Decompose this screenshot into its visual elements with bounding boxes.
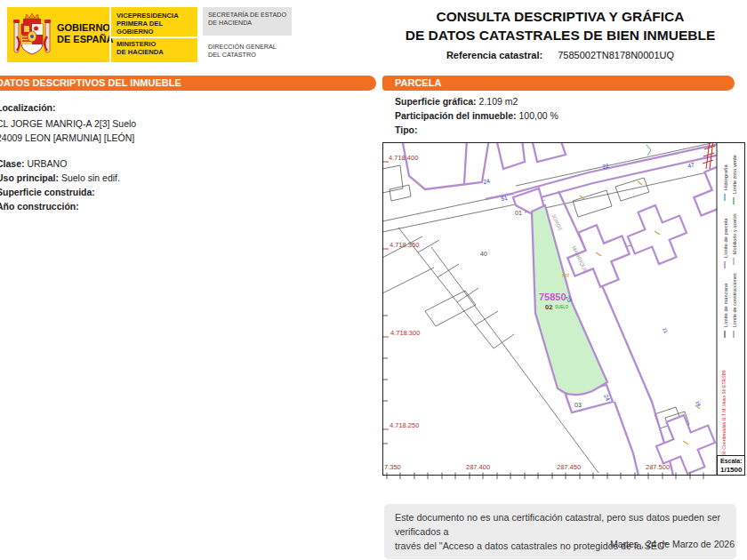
street-number-21: 21: [662, 327, 669, 334]
address-line1: CL JORGE MANRIQ-A 2[3] Suelo: [0, 118, 136, 129]
subparcel-02-label: 02: [545, 303, 552, 311]
uso-row: Uso principal: Suelo sin edif.: [0, 172, 120, 183]
tipo-label: Tipo:: [395, 124, 417, 135]
direccion-catastro-label: DIRECCIÓN GENERAL DEL CATASTRO: [208, 43, 277, 59]
cadastral-document-page: GOBIERNO DE ESPAÑA VICEPRESIDENCIA PRIME…: [0, 0, 747, 560]
legend-label-hidrografia: Hidrografía: [723, 164, 728, 190]
ministry-column: VICEPRESIDENCIA PRIMERA DEL GOBIERNO MIN…: [109, 7, 199, 62]
participacion-row: Participación del inmueble: 100,00 %: [395, 110, 558, 121]
reference-label: Referencia catastral:: [446, 50, 542, 60]
map-drawing: 24 51 22 47 23 24 21 19 01 03 40 02 7585…: [382, 142, 747, 481]
x-axis-ticks: [387, 473, 703, 480]
superficie-grafica-label: Superficie gráfica:: [395, 96, 477, 107]
department-block: SECRETARÍA DE ESTADO DE HACIENDA DIRECCI…: [203, 7, 292, 62]
x-axis-label-1: 7.350: [384, 463, 401, 471]
legend-label-construcciones: Límite de construcciones: [732, 273, 737, 327]
divider: [111, 36, 199, 38]
legend-label-parcela: Límite de parcela: [723, 218, 728, 258]
y-axis-label-1: 4.718.400: [389, 154, 418, 162]
superficie-grafica-value: 2.109 m2: [479, 96, 518, 107]
uso-value: Suelo sin edif.: [61, 172, 120, 183]
government-logo-block: GOBIERNO DE ESPAÑA VICEPRESIDENCIA PRIME…: [7, 7, 197, 62]
clase-value: URBANO: [27, 158, 67, 169]
parcela-panel: PARCELA Superficie gráfica: 2.109 m2 Par…: [382, 76, 735, 91]
legend-label-zona-verde: Límite zona verde: [732, 155, 737, 194]
secretaria-label: SECRETARÍA DE ESTADO DE HACIENDA: [203, 7, 292, 36]
page-title-line1: CONSULTA DESCRIPTIVA Y GRÁFICA: [381, 7, 740, 26]
superficie-construida-label: Superficie construida:: [0, 187, 95, 197]
clase-row: Clase: URBANO: [0, 158, 67, 169]
page-title-line2: DE DATOS CATASTRALES DE BIEN INMUEBLE: [381, 26, 740, 44]
cadastral-map: 24 51 22 47 23 24 21 19 01 03 40 02 7585…: [382, 142, 747, 482]
scale-label: Escala:: [720, 458, 743, 464]
subparcel-01-label: 01: [515, 210, 522, 216]
spain-coat-of-arms-icon: [12, 10, 52, 60]
participacion-label: Participación del inmueble:: [395, 110, 517, 121]
document-title-block: CONSULTA DESCRIPTIVA Y GRÁFICA DE DATOS …: [381, 7, 740, 60]
superficie-grafica-row: Superficie gráfica: 2.109 m2: [395, 96, 518, 107]
x-axis-label-3: 287.450: [557, 463, 581, 471]
y-axis-label-2: 4.718.350: [390, 241, 419, 249]
parcel-number-label: 75850: [539, 292, 566, 302]
ministerio-label: MINISTERIO DE HACIENDA: [116, 40, 164, 56]
y-axis-label-4: 4.718.250: [390, 421, 419, 429]
street-number-47: 47: [687, 161, 695, 169]
pr-label: PR: [562, 273, 570, 278]
reference-value: 7585002TN8178N0001UQ: [558, 50, 674, 60]
parcela-panel-header: PARCELA: [382, 76, 735, 91]
x-axis-label-2: 287.400: [466, 463, 490, 471]
uso-label: Uso principal:: [0, 172, 59, 183]
y-axis-minor-ticks: [383, 316, 388, 444]
disclaimer-note: Este documento no es una certificación c…: [384, 504, 736, 559]
x-axis-label-4: 287.500: [646, 463, 670, 471]
document-date: Martes , 24 de Marzo de 2026: [610, 539, 735, 549]
subparcel-40-label: 40: [480, 251, 487, 257]
cadastral-reference-row: Referencia catastral: 7585002TN8178N0001…: [381, 50, 740, 60]
y-axis-label-3: 4.718.300: [390, 329, 420, 337]
legend-label-manzana: Límite de manzana: [723, 283, 728, 327]
disclaimer-line1: Este documento no es una certificación c…: [395, 510, 726, 539]
subparcel-03-label: 03: [574, 402, 582, 408]
suelo-label: SUELO: [555, 305, 569, 309]
anio-construccion-label: Año construcción:: [0, 201, 79, 212]
localizacion-label: Localización:: [0, 102, 56, 113]
scale-value: 1/1500: [720, 466, 743, 474]
address-line2: 24009 LEON [ARMUNIA] [LEÓN]: [0, 132, 134, 143]
scale-box: Escala: 1/1500: [718, 456, 745, 476]
cadastral-map-frame: 24 51 22 47 23 24 21 19 01 03 40 02 7585…: [382, 142, 747, 482]
gobierno-espana-label: GOBIERNO DE ESPAÑA: [57, 22, 113, 45]
inmueble-panel-header: DATOS DESCRIPTIVOS DEL INMUEBLE: [0, 76, 376, 91]
vicepresidencia-label: VICEPRESIDENCIA PRIMERA DEL GOBIERNO: [116, 12, 199, 36]
clase-label: Clase:: [0, 158, 25, 169]
participacion-value: 100,00 %: [518, 110, 558, 121]
utm-coordinate-note: 287.550 Coordenadas U.T.M. Huso 30 ETRS8…: [721, 370, 727, 468]
street-number-24: 24: [483, 178, 491, 185]
legend-label-mobiliario: Mobiliario y aceras: [732, 213, 737, 254]
inmueble-panel: DATOS DESCRIPTIVOS DEL INMUEBLE Localiza…: [0, 76, 376, 91]
y-axis-label-ticks: [383, 162, 389, 429]
